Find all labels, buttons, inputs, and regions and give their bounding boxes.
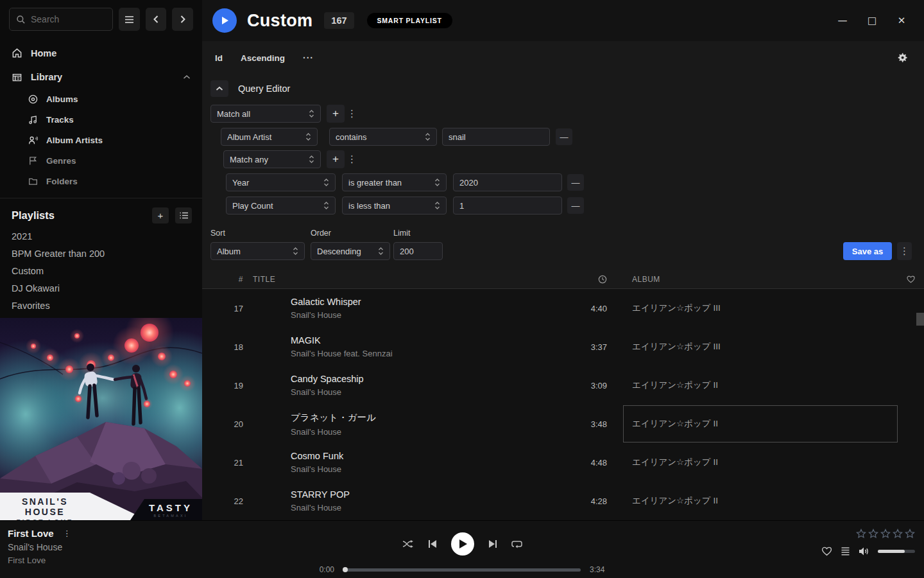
rule-operator-select[interactable]: is greater than — [342, 173, 447, 191]
rule-value-input[interactable] — [442, 128, 550, 146]
search-box[interactable] — [9, 8, 113, 31]
now-playing-album[interactable]: First Love — [8, 556, 74, 565]
track-album[interactable]: エイリアン☆ポップ II — [613, 443, 898, 482]
sidebar-item-library[interactable]: Library — [0, 65, 202, 89]
playlist-item[interactable]: Custom — [0, 262, 202, 279]
sidebar-item-tracks[interactable]: Tracks — [0, 109, 202, 130]
column-favorite[interactable] — [898, 276, 924, 283]
volume-slider[interactable] — [878, 550, 915, 553]
query-sort-select[interactable]: Album — [210, 242, 305, 260]
playlist-item[interactable]: 2021 — [0, 227, 202, 245]
track-row[interactable]: 22 STARRY POPSnail's House 4:28 エイリアン☆ポッ… — [202, 482, 924, 520]
cover-label-sub: BETAMAXI — [153, 514, 187, 518]
add-playlist-button[interactable]: + — [152, 207, 169, 223]
volume-button[interactable] — [859, 547, 869, 556]
search-icon — [16, 15, 26, 24]
playlist-item[interactable]: Favorites — [0, 297, 202, 314]
star-icon[interactable] — [893, 529, 903, 539]
save-as-button[interactable]: Save as — [843, 242, 892, 260]
table-header: # TITLE ALBUM — [202, 270, 924, 289]
more-options-button[interactable]: ··· — [303, 53, 314, 63]
search-input[interactable] — [31, 14, 106, 24]
maximize-button[interactable]: □ — [865, 13, 879, 28]
rule-field-select[interactable]: Year — [226, 173, 336, 191]
rule-field-select[interactable]: Album Artist — [221, 128, 318, 146]
track-row[interactable]: 17 Galactic WhisperSnail's House 4:40 エイ… — [202, 289, 924, 328]
group-options-button[interactable]: ⋮ — [345, 153, 359, 165]
progress-section: 0:00 3:34 — [0, 565, 924, 574]
play-playlist-button[interactable] — [212, 8, 237, 33]
window-controls: — □ ✕ — [835, 13, 914, 28]
flag-icon — [28, 156, 38, 166]
sidebar-item-folders[interactable]: Folders — [0, 171, 202, 191]
sidebar-item-albums[interactable]: Albums — [0, 89, 202, 109]
star-icon[interactable] — [856, 529, 866, 539]
add-rule-button[interactable]: + — [327, 150, 345, 168]
track-album[interactable]: エイリアン☆ポップ III — [613, 289, 898, 328]
seek-bar[interactable] — [343, 568, 581, 572]
menu-button[interactable] — [119, 8, 140, 31]
track-row[interactable]: 19 Candy SpaceshipSnail's House 3:09 エイリ… — [202, 366, 924, 405]
sort-order-button[interactable]: Ascending — [241, 53, 285, 63]
sidebar-item-genres[interactable]: Genres — [0, 150, 202, 171]
track-album-focused-cell[interactable]: エイリアン☆ポップ II — [623, 405, 898, 442]
query-order-select[interactable]: Descending — [311, 242, 390, 260]
group-options-button[interactable]: ⋮ — [345, 108, 359, 119]
star-icon[interactable] — [868, 529, 878, 539]
rule-value-input[interactable] — [453, 197, 562, 215]
limit-input[interactable] — [393, 242, 443, 260]
next-button[interactable] — [488, 539, 497, 548]
rule-operator-select[interactable]: contains — [329, 128, 437, 146]
settings-button[interactable] — [897, 53, 907, 63]
remove-rule-button[interactable]: — — [556, 128, 572, 145]
select-chevrons-icon — [323, 201, 329, 210]
match-type-select[interactable]: Match any — [223, 150, 321, 168]
column-album[interactable]: ALBUM — [613, 275, 898, 284]
chevron-up-icon[interactable] — [183, 74, 191, 80]
nav-back-button[interactable] — [146, 8, 167, 31]
column-index[interactable]: # — [218, 275, 243, 284]
remove-rule-button[interactable]: — — [567, 197, 584, 214]
shuffle-button[interactable] — [402, 539, 414, 548]
rule-field-select[interactable]: Play Count — [226, 197, 336, 215]
now-playing-cover[interactable]: SNAIL'S HOUSE FIRST LOVE TASTY BETAMAXI — [0, 318, 202, 520]
play-pause-button[interactable] — [451, 532, 474, 556]
sort-field-button[interactable]: Id — [215, 53, 223, 63]
column-title[interactable]: TITLE — [243, 275, 559, 284]
select-chevrons-icon — [309, 155, 314, 164]
rule-operator-select[interactable]: is less than — [342, 197, 447, 215]
star-icon[interactable] — [880, 529, 891, 539]
track-row[interactable]: 21 Cosmo FunkSnail's House 4:48 エイリアン☆ポッ… — [202, 443, 924, 482]
repeat-button[interactable] — [511, 539, 522, 548]
track-row[interactable]: 20 プラネット・ガールSnail's House 3:48 エイリアン☆ポップ… — [202, 405, 924, 443]
sidebar-item-home[interactable]: Home — [0, 41, 202, 65]
track-album[interactable]: エイリアン☆ポップ II — [613, 482, 898, 520]
remove-rule-button[interactable]: — — [567, 174, 584, 191]
collapse-query-editor-button[interactable] — [210, 80, 228, 97]
save-options-button[interactable]: ⋮ — [897, 245, 912, 257]
scrollbar-thumb[interactable] — [916, 313, 924, 326]
star-icon[interactable] — [905, 529, 915, 539]
select-chevrons-icon — [305, 132, 311, 141]
playlists-list: 2021 BPM Greater than 200 Custom DJ Okaw… — [0, 227, 202, 314]
playlist-item[interactable]: BPM Greater than 200 — [0, 245, 202, 262]
queue-button[interactable] — [841, 547, 850, 556]
column-duration[interactable] — [559, 275, 613, 284]
track-title: Candy Spaceship — [291, 374, 559, 384]
match-type-select[interactable]: Match all — [210, 105, 321, 123]
rule-value-input[interactable] — [453, 173, 562, 191]
track-album[interactable]: エイリアン☆ポップ II — [613, 366, 898, 405]
close-button[interactable]: ✕ — [894, 13, 909, 28]
nav-forward-button[interactable] — [172, 8, 193, 31]
track-album[interactable]: エイリアン☆ポップ III — [613, 328, 898, 366]
playlist-list-button[interactable] — [175, 207, 192, 223]
previous-button[interactable] — [428, 539, 437, 548]
cover-artist: SNAIL'S HOUSE — [0, 496, 90, 517]
seek-thumb[interactable] — [343, 567, 348, 572]
minimize-button[interactable]: — — [835, 13, 850, 28]
track-row[interactable]: 18 MAGIKSnail's House feat. Sennzai 3:37… — [202, 328, 924, 366]
sidebar-item-album-artists[interactable]: Album Artists — [0, 130, 202, 150]
favorite-button[interactable] — [821, 547, 832, 556]
add-rule-button[interactable]: + — [327, 105, 345, 123]
playlist-item[interactable]: DJ Okawari — [0, 279, 202, 297]
